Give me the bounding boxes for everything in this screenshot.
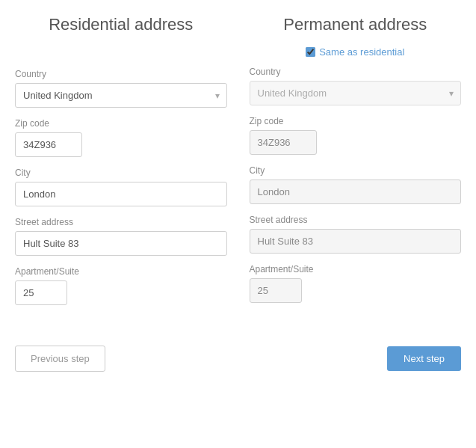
residential-country-select[interactable]: United Kingdom — [15, 83, 227, 108]
residential-street-group: Street address — [15, 217, 227, 256]
residential-apt-input[interactable] — [15, 280, 67, 305]
permanent-title: Permanent address — [250, 15, 462, 34]
residential-title: Residential address — [15, 15, 227, 34]
permanent-city-label: City — [250, 165, 462, 176]
residential-city-group: City — [15, 168, 227, 206]
residential-zip-group: Zip code — [15, 118, 227, 157]
residential-apt-group: Apartment/Suite — [15, 266, 227, 305]
residential-country-group: Country United Kingdom — [15, 69, 227, 108]
same-as-residential-row: Same as residential — [250, 46, 462, 58]
permanent-zip-group: Zip code — [250, 116, 462, 155]
residential-spacer — [15, 46, 227, 69]
permanent-country-select[interactable]: United Kingdom — [250, 81, 462, 105]
permanent-zip-label: Zip code — [250, 116, 462, 126]
residential-zip-input[interactable] — [15, 132, 82, 157]
same-as-label[interactable]: Same as residential — [319, 46, 404, 58]
permanent-street-group: Street address — [250, 215, 462, 254]
next-step-button[interactable]: Next step — [387, 346, 461, 371]
permanent-city-input[interactable] — [250, 179, 462, 204]
residential-country-select-wrapper[interactable]: United Kingdom — [15, 83, 227, 108]
permanent-country-group: Country United Kingdom — [250, 67, 462, 105]
permanent-zip-input[interactable] — [250, 130, 317, 155]
permanent-city-group: City — [250, 165, 462, 204]
residential-apt-label: Apartment/Suite — [15, 266, 227, 277]
permanent-street-label: Street address — [250, 215, 462, 225]
permanent-apt-label: Apartment/Suite — [250, 264, 462, 274]
permanent-street-input[interactable] — [250, 229, 462, 254]
footer: Previous step Next step — [15, 338, 461, 372]
residential-column: Residential address Country United Kingd… — [15, 15, 227, 316]
residential-city-label: City — [15, 168, 227, 178]
residential-zip-label: Zip code — [15, 118, 227, 129]
residential-street-input[interactable] — [15, 231, 227, 256]
permanent-country-label: Country — [250, 67, 462, 77]
address-columns: Residential address Country United Kingd… — [15, 15, 461, 316]
page-container: Residential address Country United Kingd… — [0, 0, 476, 387]
prev-step-button[interactable]: Previous step — [15, 346, 105, 372]
residential-city-input[interactable] — [15, 182, 227, 206]
permanent-country-select-wrapper[interactable]: United Kingdom — [250, 81, 462, 105]
residential-street-label: Street address — [15, 217, 227, 227]
permanent-apt-group: Apartment/Suite — [250, 264, 462, 303]
permanent-column: Permanent address Same as residential Co… — [250, 15, 462, 316]
permanent-apt-input[interactable] — [250, 278, 302, 303]
same-as-checkbox[interactable] — [306, 47, 315, 57]
residential-country-label: Country — [15, 69, 227, 79]
